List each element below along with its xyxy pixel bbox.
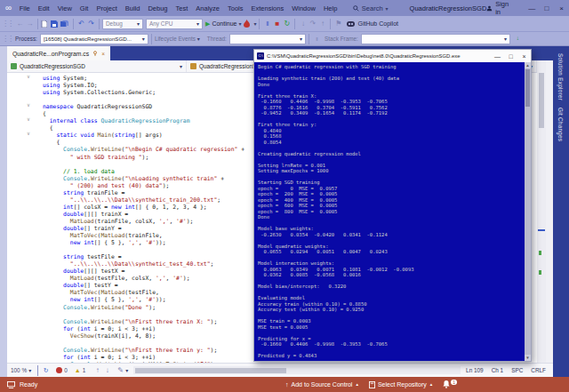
code-line[interactable] [43, 340, 244, 347]
menu-git[interactable]: Git [76, 4, 92, 12]
code-line[interactable]: static void Main(string[] args) [43, 132, 244, 139]
toolbar-grip[interactable]: ⋮⋮ [2, 20, 12, 28]
line-ending-mode[interactable]: CRLF [531, 367, 546, 373]
menu-edit[interactable]: Edit [34, 4, 53, 12]
next-issue-button[interactable]: ↓ [102, 367, 112, 374]
console-title-bar[interactable]: C:\ C:\VSM\QuadraticRegressionSGD\bin\De… [254, 50, 531, 62]
code-line[interactable]: // 1. load data [43, 168, 244, 175]
code-line[interactable]: Console.WriteLine("\nFirst three train X… [43, 318, 244, 325]
process-dropdown[interactable]: [16508] QuadraticRegressionSGD... ▾ [40, 34, 148, 44]
fold-collapse-icon[interactable]: ∨ [27, 117, 34, 123]
scrollbar-thumb[interactable] [525, 69, 530, 107]
navigate-forward-button[interactable]: → [25, 20, 35, 28]
menu-test[interactable]: Test [172, 4, 192, 12]
menu-view[interactable]: View [53, 4, 76, 12]
redo-button[interactable]: ↷ [86, 20, 96, 28]
menu-debug[interactable]: Debug [144, 4, 172, 12]
close-button[interactable]: × [554, 4, 569, 12]
code-line[interactable]: for (int i = 0; i < 3; ++i) [43, 325, 244, 332]
sign-in-button[interactable]: Sign in [486, 0, 515, 16]
code-line[interactable]: { [43, 124, 244, 132]
console-output[interactable]: Begin C# quadratic regression with SGD t… [254, 62, 531, 361]
code-line[interactable]: string testFile = [43, 253, 244, 260]
step-into-button[interactable]: ↓ [298, 20, 308, 28]
error-indicator-icon[interactable] [56, 367, 62, 373]
github-copilot-button[interactable]: GitHub Copilot [347, 20, 398, 28]
break-all-button[interactable]: ‖ [262, 20, 272, 28]
code-line[interactable]: " (200) and test (40) data"); [43, 182, 244, 189]
code-line[interactable]: MatLoad(trainFile, colsX, ',', '#'); [43, 218, 244, 225]
solution-configurations-dropdown[interactable]: Debug ▾ [102, 19, 143, 29]
console-maximize-button[interactable]: □ [504, 53, 517, 60]
tab-quadraticregressionprogram[interactable]: QuadraticRe...onProgram.cs × [7, 46, 110, 60]
navigate-back-button[interactable]: ← [15, 20, 25, 28]
code-line[interactable]: double[][] trainX = [43, 211, 244, 218]
code-line[interactable]: "..\\..\\..\\Data\\synthetic_test_40.txt… [43, 260, 244, 268]
menu-project[interactable]: Project [92, 4, 121, 12]
search-dropdown-icon[interactable]: ▾ [386, 5, 389, 12]
save-button[interactable] [51, 20, 60, 28]
maximize-button[interactable]: □ [540, 4, 555, 12]
code-cleanup-button[interactable]: ✎ [116, 367, 125, 374]
code-line[interactable]: namespace QuadraticRegressionSGD [43, 103, 244, 110]
scroll-up-icon[interactable]: ▲ [525, 62, 531, 68]
editor-horizontal-scrollbar[interactable] [133, 366, 461, 374]
menu-help[interactable]: Help [319, 4, 341, 12]
code-line[interactable]: new int[] { 5 }, ',', '#')); [43, 239, 244, 246]
menu-build[interactable]: Build [121, 4, 144, 12]
code-line[interactable] [43, 311, 244, 318]
document-health-refresh-icon[interactable]: ↻ [41, 367, 51, 373]
step-over-button[interactable]: ↷ [308, 20, 317, 28]
previous-issue-button[interactable]: ↑ [92, 367, 102, 374]
bookmark-button[interactable]: ⚑ [333, 20, 343, 28]
console-minimize-button[interactable]: — [491, 53, 504, 60]
console-scrollbar[interactable]: ▲ ▼ [525, 62, 531, 361]
side-tab-solution-explorer[interactable]: Solution Explorer [557, 53, 564, 100]
code-line[interactable]: MatToVec(MatLoad(testFile, [43, 289, 244, 296]
zoom-dropdown[interactable]: 100 % ▾ [7, 367, 35, 373]
menu-file[interactable]: File [15, 4, 34, 12]
chevron-down-icon[interactable]: ▾ [253, 20, 256, 27]
code-line[interactable]: double[] trainY = [43, 225, 244, 232]
close-tab-icon[interactable]: × [101, 51, 105, 57]
side-tab-git-changes[interactable]: Git Changes [557, 108, 564, 141]
scrollbar-thumb[interactable] [135, 368, 286, 373]
fold-collapse-icon[interactable]: ∨ [27, 132, 34, 137]
new-file-button[interactable] [41, 20, 51, 28]
undo-button[interactable]: ↶ [76, 20, 86, 28]
project-dropdown[interactable]: QuadraticRegressionSGD ▾ [7, 60, 187, 72]
stop-debugging-button[interactable]: ■ [272, 20, 282, 28]
hot-reload-button[interactable] [244, 20, 253, 28]
menu-tools[interactable]: Tools [223, 4, 247, 12]
code-line[interactable]: int[] colsX = new int[] { 0, 1, 2, 3, 4 … [43, 204, 244, 211]
code-line[interactable]: Console.WriteLine("\nFirst three train y… [43, 347, 244, 354]
minimize-button[interactable]: — [525, 4, 540, 12]
code-line[interactable]: new int[] { 5 }, ',', '#')); [43, 296, 244, 303]
console-window[interactable]: C:\ C:\VSM\QuadraticRegressionSGD\bin\De… [253, 49, 532, 362]
code-line[interactable]: using System.Collections.Generic; [43, 89, 244, 96]
show-next-statement-icon[interactable]: ↓ [513, 36, 523, 42]
warning-indicator-icon[interactable]: ▲ [75, 367, 81, 373]
stack-frame-dropdown[interactable]: ▾ [361, 34, 510, 44]
fold-collapse-icon[interactable]: ∨ [27, 103, 34, 108]
code-line[interactable]: double[] testY = [43, 282, 244, 289]
thread-dropdown[interactable]: ▾ [229, 34, 306, 44]
code-line[interactable]: { [43, 110, 244, 117]
toolbar-grip[interactable]: ⋮⋮ [2, 35, 12, 43]
pin-icon[interactable] [92, 51, 98, 56]
fold-collapse-icon[interactable]: ∨ [27, 75, 34, 80]
code-line[interactable] [43, 246, 244, 253]
code-line[interactable]: double[][] testX = [43, 268, 244, 275]
code-line[interactable] [43, 161, 244, 168]
code-line[interactable]: MatToVec(MatLoad(trainFile, [43, 232, 244, 239]
save-all-button[interactable] [60, 20, 70, 28]
code-line[interactable]: Console.WriteLine("Done "); [43, 304, 244, 311]
code-line[interactable]: for (int i = 0; i < 3; ++i) [43, 354, 244, 361]
lifecycle-events-dropdown[interactable]: Lifecycle Events ▾ [155, 36, 200, 42]
search-box[interactable]: Search ▾ [353, 4, 389, 12]
add-to-source-control-button[interactable]: ↑ Add to Source Control ▲ [285, 381, 359, 388]
code-line[interactable]: string trainFile = [43, 189, 244, 196]
code-line[interactable]: Console.WriteLine("\nBegin C# quadratic … [43, 146, 244, 153]
show-threads-button[interactable]: ‖ [312, 36, 322, 42]
code-line[interactable]: Console.WriteLine("\nLoading synthetic t… [43, 175, 244, 182]
